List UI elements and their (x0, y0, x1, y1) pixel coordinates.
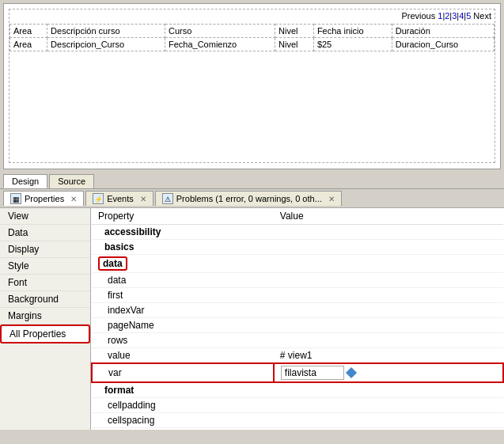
prop-label-pagename: pageName (92, 318, 274, 333)
sidebar: View Data Display Style Font Background … (0, 208, 91, 430)
preview-header-row: Area Descripción curso Curso Nivel Fecha… (10, 25, 495, 38)
sidebar-item-view[interactable]: View (0, 208, 90, 225)
prop-value-rows (274, 333, 503, 348)
problems-icon: ⚠ (162, 193, 173, 204)
prop-label-rows: rows (92, 333, 274, 348)
tab-properties[interactable]: ▦ Properties ✕ (3, 191, 84, 206)
var-diamond-icon (347, 369, 355, 377)
prop-value-pagename (274, 318, 503, 333)
preview-area: Previous 1|2|3|4|5 Next Area Descripción… (3, 3, 501, 169)
prop-row-value[interactable]: value # view1 (92, 348, 503, 364)
prop-value-indexvar (274, 303, 503, 318)
prop-row-rows[interactable]: rows (92, 333, 503, 348)
prop-row-pagename[interactable]: pageName (92, 318, 503, 333)
preview-cell-area: Area (10, 38, 47, 51)
pagination[interactable]: Previous 1|2|3|4|5 Next (401, 11, 491, 21)
sidebar-item-style[interactable]: Style (0, 258, 90, 275)
preview-header-area: Area (10, 25, 47, 38)
var-input[interactable]: filavista (281, 366, 344, 380)
prop-value-cellpadding (274, 398, 503, 413)
tab-events-label: Events (107, 194, 134, 203)
group-accessibility-label: accessibility (92, 225, 503, 240)
tab-properties-close[interactable]: ✕ (70, 195, 77, 203)
prop-value-value: # view1 (274, 348, 503, 364)
prop-label-indexvar: indexVar (92, 303, 274, 318)
preview-data-row: Area Descripcion_Curso Fecha_Comienzo Ni… (10, 38, 495, 51)
group-format: format (92, 382, 503, 398)
prop-label-first: first (92, 288, 274, 303)
preview-header-nivel: Nivel (275, 25, 314, 38)
tab-problems[interactable]: ⚠ Problems (1 error, 0 warnings, 0 oth..… (155, 191, 342, 206)
tab-events-close[interactable]: ✕ (140, 195, 146, 203)
preview-table: Area Descripción curso Curso Nivel Fecha… (9, 24, 495, 51)
preview-header-fecha: Fecha inicio (313, 25, 392, 38)
prop-label-var: var (92, 363, 274, 382)
preview-inner: Previous 1|2|3|4|5 Next Area Descripción… (9, 9, 495, 163)
prop-row-cellspacing[interactable]: cellspacing (92, 413, 503, 428)
prop-label-cellspacing: cellspacing (92, 413, 274, 428)
prop-row-var[interactable]: var filavista (92, 363, 503, 382)
group-data: data (92, 255, 503, 273)
prop-label-data: data (92, 273, 274, 288)
prop-col-property: Property (92, 208, 274, 225)
prop-table: Property Value accessibility basics (91, 208, 504, 428)
preview-cell-fecha: Fecha_Comienzo (165, 38, 275, 51)
group-basics: basics (92, 240, 503, 255)
sidebar-item-font[interactable]: Font (0, 275, 90, 291)
tab-source[interactable]: Source (49, 174, 94, 188)
var-value-cell: filavista (281, 366, 496, 380)
prop-row-indexvar[interactable]: indexVar (92, 303, 503, 318)
group-basics-label: basics (92, 240, 503, 255)
group-accessibility: accessibility (92, 225, 503, 240)
preview-cell-dur: Duracion_Curso (392, 38, 494, 51)
prop-label-value: value (92, 348, 274, 364)
tab-properties-label: Properties (25, 194, 64, 203)
prop-row-cellpadding[interactable]: cellpadding (92, 398, 503, 413)
preview-cell-desc: Descripcion_Curso (47, 38, 165, 51)
preview-header-desc: Descripción curso (47, 25, 165, 38)
tab-design[interactable]: Design (3, 174, 47, 188)
properties-icon: ▦ (10, 193, 21, 204)
preview-cell-nivel: Nivel (275, 38, 314, 51)
properties-content: Property Value accessibility basics (91, 208, 504, 430)
prop-value-var[interactable]: filavista (274, 363, 503, 382)
prop-value-cellspacing (274, 413, 503, 428)
preview-header-curso: Curso (165, 25, 275, 38)
tab-events[interactable]: ⚡ Events ✕ (85, 191, 153, 206)
preview-cell-price: $25 (313, 38, 392, 51)
sidebar-item-all-properties[interactable]: All Properties (0, 324, 90, 343)
prop-value-first (274, 288, 503, 303)
sidebar-item-margins[interactable]: Margins (0, 308, 90, 324)
bottom-tabs: Design Source (0, 173, 504, 189)
group-data-label: data (92, 255, 503, 273)
prop-value-data (274, 273, 503, 288)
sidebar-item-background[interactable]: Background (0, 291, 90, 308)
sidebar-item-data[interactable]: Data (0, 225, 90, 241)
prop-row-data[interactable]: data (92, 273, 503, 288)
prop-row-first[interactable]: first (92, 288, 503, 303)
preview-header-duracion: Duración (392, 25, 494, 38)
tab-problems-close[interactable]: ✕ (328, 195, 335, 203)
prop-header-row: Property Value (92, 208, 503, 225)
properties-panel: View Data Display Style Font Background … (0, 208, 504, 430)
sidebar-item-display[interactable]: Display (0, 241, 90, 258)
tab-problems-label: Problems (1 error, 0 warnings, 0 oth... (176, 194, 322, 203)
events-icon: ⚡ (93, 193, 104, 204)
prop-label-cellpadding: cellpadding (92, 398, 274, 413)
group-format-label: format (92, 382, 503, 398)
prop-col-value: Value (274, 208, 503, 225)
panel-tabs: ▦ Properties ✕ ⚡ Events ✕ ⚠ Problems (1 … (0, 189, 504, 208)
